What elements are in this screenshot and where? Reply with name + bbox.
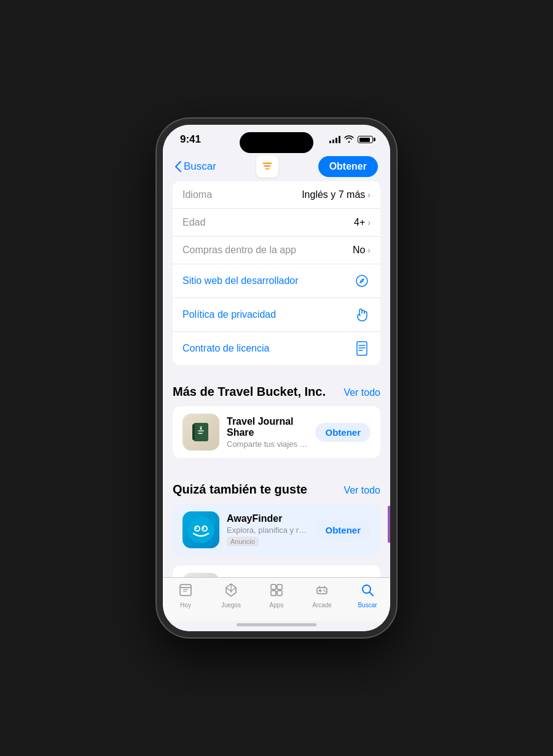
obtain-main-button[interactable]: Obtener xyxy=(318,156,378,177)
travel-journal-icon xyxy=(182,414,219,451)
back-button[interactable]: Buscar xyxy=(175,160,216,173)
svg-rect-26 xyxy=(277,585,282,589)
svg-rect-22 xyxy=(180,587,191,588)
hoy-label: Hoy xyxy=(180,602,191,608)
tab-juegos[interactable]: Juegos xyxy=(213,583,249,608)
away-finder-row: AwayFinder Explora, planifica y reserva … xyxy=(173,504,380,556)
document-icon xyxy=(353,340,371,357)
more-from-title: Más de Travel Bucket, Inc. xyxy=(173,385,326,399)
arcade-icon xyxy=(315,583,329,600)
away-finder-icon xyxy=(182,511,219,548)
svg-rect-2 xyxy=(264,165,270,167)
svg-rect-1 xyxy=(263,163,272,164)
arcade-label: Arcade xyxy=(312,602,332,608)
hand-icon xyxy=(353,306,371,323)
svg-line-35 xyxy=(370,593,374,596)
svg-point-17 xyxy=(195,527,197,529)
you-might-like-see-all[interactable]: Ver todo xyxy=(343,485,380,496)
wifi-icon xyxy=(344,135,354,144)
idioma-row[interactable]: Idioma Inglés y 7 más › xyxy=(173,181,380,209)
compras-label: Compras dentro de la app xyxy=(182,245,296,256)
compras-row[interactable]: Compras dentro de la app No › xyxy=(173,237,380,264)
you-might-like-header: Quizá también te guste Ver todo xyxy=(163,470,390,504)
compras-chevron: › xyxy=(367,245,371,255)
idioma-label: Idioma xyxy=(182,189,212,200)
apps-icon xyxy=(269,583,284,600)
sitio-label: Sitio web del desarrollador xyxy=(182,272,371,289)
edad-chevron: › xyxy=(367,218,371,227)
more-from-see-all[interactable]: Ver todo xyxy=(343,387,380,398)
status-time: 9:41 xyxy=(180,133,201,146)
travel-journal-desc: Comparte tus viajes con los... xyxy=(227,439,308,449)
away-finder-desc: Explora, planifica y reserva v... xyxy=(227,526,308,535)
buscar-label: Buscar xyxy=(358,602,377,608)
away-finder-obtain-button[interactable]: Obtener xyxy=(315,521,371,540)
phone-frame: 9:41 xyxy=(157,119,396,637)
travel-journal-row: Travel Journal Share Comparte tus viajes… xyxy=(173,406,380,458)
away-finder-ad-badge: Anuncio xyxy=(227,537,259,546)
svg-rect-25 xyxy=(271,585,276,589)
tab-arcade[interactable]: Arcade xyxy=(304,583,340,608)
scroll-indicator xyxy=(388,506,390,543)
walking-guide-card: Walking Guide Lugares populares para lle… xyxy=(173,565,380,577)
svg-rect-5 xyxy=(357,342,367,355)
sitio-row[interactable]: Sitio web del desarrollador xyxy=(173,264,380,298)
svg-rect-21 xyxy=(180,585,191,596)
compras-value: No › xyxy=(353,245,371,256)
svg-rect-28 xyxy=(277,591,282,596)
home-bar xyxy=(237,623,316,626)
tab-apps[interactable]: Apps xyxy=(258,583,295,608)
svg-rect-3 xyxy=(265,168,269,170)
svg-point-32 xyxy=(323,589,324,591)
juegos-label: Juegos xyxy=(221,602,241,608)
away-finder-name: AwayFinder xyxy=(227,513,308,524)
dynamic-island xyxy=(240,132,313,153)
tab-buscar[interactable]: Buscar xyxy=(349,583,386,608)
svg-point-12 xyxy=(187,516,214,543)
you-might-like-title: Quizá también te guste xyxy=(173,482,307,497)
away-finder-info: AwayFinder Explora, planifica y reserva … xyxy=(227,513,308,546)
walking-guide-row: Walking Guide Lugares populares para lle… xyxy=(173,565,380,577)
tab-hoy[interactable]: Hoy xyxy=(167,583,204,608)
edad-label: Edad xyxy=(182,217,205,228)
signal-icon xyxy=(329,136,340,143)
status-icons xyxy=(329,135,373,144)
you-might-like-section: Quizá también te guste Ver todo xyxy=(163,470,390,577)
back-label: Buscar xyxy=(184,160,216,173)
away-finder-card: AwayFinder Explora, planifica y reserva … xyxy=(173,504,380,556)
more-from-header: Más de Travel Bucket, Inc. Ver todo xyxy=(163,372,390,406)
svg-rect-11 xyxy=(200,427,202,427)
idioma-chevron: › xyxy=(367,190,371,200)
svg-point-4 xyxy=(356,275,367,286)
nav-bar: Buscar Obtener xyxy=(163,149,390,181)
home-indicator xyxy=(163,621,390,631)
svg-rect-27 xyxy=(271,591,276,596)
privacidad-row[interactable]: Política de privacidad xyxy=(173,298,380,332)
screen: 9:41 xyxy=(163,125,390,631)
apps-label: Apps xyxy=(270,602,284,608)
edad-row[interactable]: Edad 4+ › xyxy=(173,209,380,237)
travel-journal-card: Travel Journal Share Comparte tus viajes… xyxy=(173,406,380,458)
svg-rect-9 xyxy=(194,423,208,441)
buscar-icon xyxy=(360,583,375,600)
tab-bar: Hoy Juegos xyxy=(163,577,390,621)
licencia-row[interactable]: Contrato de licencia xyxy=(173,332,380,365)
hoy-icon xyxy=(178,583,193,600)
travel-journal-obtain-button[interactable]: Obtener xyxy=(315,423,371,442)
info-section: Idioma Inglés y 7 más › Edad 4+ › xyxy=(173,181,380,365)
svg-point-18 xyxy=(203,527,205,529)
svg-point-33 xyxy=(324,591,326,592)
edad-value: 4+ › xyxy=(354,217,371,228)
battery-icon xyxy=(358,136,373,143)
travel-journal-name: Travel Journal Share xyxy=(227,416,308,438)
juegos-icon xyxy=(224,583,238,600)
more-from-section: Más de Travel Bucket, Inc. Ver todo xyxy=(163,372,390,458)
compass-icon xyxy=(353,272,371,289)
licencia-label: Contrato de licencia xyxy=(182,340,371,357)
svg-rect-10 xyxy=(192,424,195,440)
idioma-value: Inglés y 7 más › xyxy=(302,189,371,200)
privacidad-label: Política de privacidad xyxy=(182,306,371,323)
filter-icon[interactable] xyxy=(256,156,278,178)
travel-journal-info: Travel Journal Share Comparte tus viajes… xyxy=(227,416,308,449)
walking-guide-icon xyxy=(182,573,219,577)
